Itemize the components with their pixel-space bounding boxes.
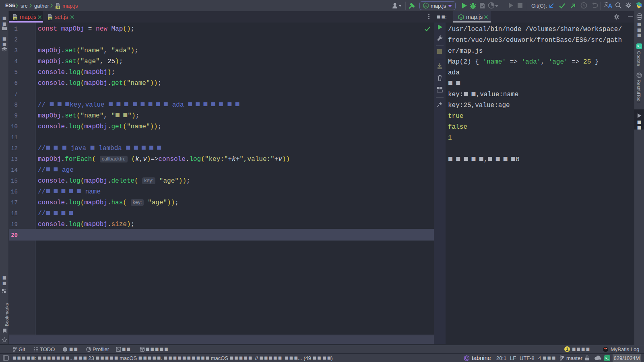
svg-text:JS: JS bbox=[424, 4, 427, 7]
svg-text:JS: JS bbox=[13, 17, 17, 20]
svg-text:JS: JS bbox=[56, 6, 60, 9]
svg-text:JS: JS bbox=[48, 17, 52, 20]
svg-text:JS: JS bbox=[460, 16, 462, 19]
